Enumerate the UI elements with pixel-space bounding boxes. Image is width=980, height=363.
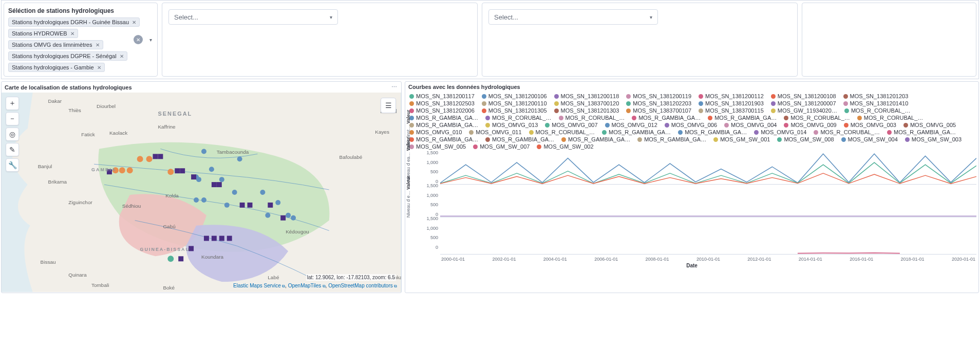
- filter-panel-3: Select... ▾: [482, 3, 798, 77]
- legend-item[interactable]: MOS_R_GAMBIA_GA…: [485, 136, 554, 142]
- tools-button[interactable]: 🔧: [6, 158, 19, 172]
- legend-item[interactable]: MOS_OMVG_011: [469, 129, 521, 135]
- legend-item[interactable]: MOS_GW_11934020…: [771, 107, 837, 114]
- legend-item[interactable]: MOS_R_CORUBAL_…: [485, 115, 552, 121]
- legend-item[interactable]: MOS_SN_1381201903: [699, 100, 764, 106]
- legend-item[interactable]: MOS_SN_1381202203: [626, 100, 691, 106]
- filter-tag[interactable]: Stations hydrologiques DGRH - Guinée Bis…: [8, 17, 140, 27]
- map-canvas[interactable]: ＋ － ◎ ✎ 🔧 ☰: [2, 93, 401, 292]
- tag-remove-icon[interactable]: ✕: [132, 20, 136, 25]
- legend-item[interactable]: MOS_SN_1381200119: [626, 93, 691, 99]
- legend-item[interactable]: MOS_OMVG_006: [665, 122, 717, 128]
- dropdown-caret-icon[interactable]: ▾: [149, 37, 152, 43]
- legend-label: MOS_OMVG_011: [476, 129, 521, 135]
- filter-tag[interactable]: Stations hydrologiques - Gambie✕: [8, 63, 105, 72]
- legend-item[interactable]: MOS_OMVG_007: [545, 122, 597, 128]
- legend-item[interactable]: MOS_SN_1381202503: [409, 100, 475, 106]
- legend-item[interactable]: MOS_SN_1383700120: [554, 100, 619, 106]
- legend-label: MOS_SN_1381201303: [561, 107, 619, 114]
- clear-tags-button[interactable]: ✕: [134, 35, 143, 44]
- legend-item[interactable]: MOS_SN_1383700107: [626, 107, 691, 114]
- legend-item[interactable]: MOS_GM_SW_005: [409, 143, 466, 150]
- legend-item[interactable]: MOS_GM_SW_002: [537, 143, 593, 150]
- legend-item[interactable]: MOS_R_GAMBIA_GA…: [409, 115, 478, 121]
- legend-item[interactable]: MOS_R_CORUBAL_…: [784, 115, 850, 121]
- legend-item[interactable]: MOS_SN_1381200108: [771, 93, 836, 99]
- legend-item[interactable]: MOS_R_CORUBAL_…: [857, 115, 924, 121]
- chart-plot[interactable]: [440, 152, 976, 185]
- attrib-link-1[interactable]: Elastic Maps Service: [233, 283, 281, 288]
- map-title: Carte de localisation de stations hydrol…: [5, 84, 132, 90]
- legend-item[interactable]: MOS_SN_1381200106: [482, 93, 547, 99]
- legend-item[interactable]: MOS_OMVG_010: [409, 129, 462, 135]
- legend-item[interactable]: MOS_SN_1381201305: [482, 107, 547, 114]
- legend-item[interactable]: MOS_R_GAMBIA_GA…: [561, 136, 630, 142]
- legend-item[interactable]: MOS_R_GAMBIA_GA…: [602, 129, 671, 135]
- legend-item[interactable]: MOS_OMVG_012: [605, 122, 657, 128]
- legend-item[interactable]: MOS_R_GAMBIA_GA…: [678, 129, 747, 135]
- layers-button[interactable]: ☰: [381, 98, 396, 113]
- select-2[interactable]: Select... ▾: [168, 9, 338, 25]
- legend-item[interactable]: MOS_OMVG_003: [844, 122, 896, 128]
- legend-label: MOS_OMVG_005: [910, 122, 956, 128]
- legend-item[interactable]: MOS_SN_1381200110: [482, 100, 547, 106]
- legend-item[interactable]: MOS_OMVG_004: [724, 122, 777, 128]
- filter-tag[interactable]: Stations hydrologiques DGPRE - Sénégal✕: [8, 51, 127, 61]
- legend-dot-icon: [905, 137, 910, 142]
- chart-plot[interactable]: [440, 217, 976, 255]
- tag-container[interactable]: Stations hydrologiques DGRH - Guinée Bis…: [8, 17, 153, 72]
- x-tick: 2006-01-01: [594, 257, 618, 262]
- x-tick: 2002-01-01: [492, 257, 516, 262]
- legend-item[interactable]: MOS_OMVG_005: [903, 122, 956, 128]
- legend-item[interactable]: MOS_SN_1381202006: [409, 107, 475, 114]
- attrib-link-3[interactable]: OpenStreetMap contributors: [328, 283, 393, 288]
- tag-remove-icon[interactable]: ✕: [70, 31, 74, 37]
- legend-item[interactable]: MOS_R_GAMBIA_GA…: [708, 115, 777, 121]
- legend-item[interactable]: MOS_R_CORUBAL_…: [814, 129, 880, 135]
- legend-item[interactable]: MOS_GM_SW_004: [841, 136, 898, 142]
- tag-remove-icon[interactable]: ✕: [120, 53, 124, 59]
- legend-item[interactable]: MOS_SN_1381201303: [554, 107, 619, 114]
- legend-item[interactable]: MOS_R_GAMBIA_GA…: [637, 136, 706, 142]
- x-tick: 2008-01-01: [646, 257, 669, 262]
- legend-item[interactable]: MOS_OMVG_013: [485, 122, 538, 128]
- panel-options-icon[interactable]: ⋯: [391, 84, 398, 90]
- svg-text:Labé: Labé: [268, 275, 279, 280]
- legend-item[interactable]: MOS_R_CORUBAL_…: [529, 129, 595, 135]
- legend-item[interactable]: MOS_R_GAMBIA_GA…: [409, 136, 478, 142]
- legend-item[interactable]: MOS_GM_SW_008: [777, 136, 834, 142]
- legend-item[interactable]: MOS_GM_SW_007: [473, 143, 530, 150]
- legend-item[interactable]: MOS_SN_1381200117: [409, 93, 475, 99]
- legend-item[interactable]: MOS_R_GAMBIA_GA…: [887, 129, 956, 135]
- legend-item[interactable]: MOS_OMVG_009: [784, 122, 836, 128]
- legend-dot-icon: [554, 94, 559, 99]
- legend-item[interactable]: MOS_SN_1381200007: [771, 100, 836, 106]
- legend-dot-icon: [699, 101, 703, 106]
- draw-tool-button[interactable]: ✎: [6, 143, 19, 156]
- legend-item[interactable]: MOS_GM_SW_001: [713, 136, 770, 142]
- legend-item[interactable]: MOS_R_CORUBAL_…: [559, 115, 625, 121]
- tag-remove-icon[interactable]: ✕: [96, 42, 100, 48]
- legend-item[interactable]: MOS_SN_1381200118: [554, 93, 619, 99]
- legend-item[interactable]: MOS_SN_1381201203: [843, 93, 909, 99]
- legend-item[interactable]: MOS_R_GAMBIA_GA…: [409, 122, 478, 128]
- zoom-out-button[interactable]: －: [6, 112, 19, 125]
- chart-plot[interactable]: [440, 185, 976, 217]
- filter-tag[interactable]: Stations OMVG des limnimètres✕: [8, 40, 103, 49]
- chart-row: 05001,0001,500Niveau d e… Valeur: [407, 217, 976, 255]
- legend-item[interactable]: MOS_R_CORUBAL_…: [844, 107, 911, 114]
- legend-item[interactable]: MOS_SN_1381201410: [843, 100, 909, 106]
- legend-item[interactable]: MOS_SN_1383700115: [699, 107, 764, 114]
- attrib-link-2[interactable]: OpenMapTiles: [288, 283, 322, 288]
- legend-item[interactable]: MOS_OMVG_014: [754, 129, 806, 135]
- select-3[interactable]: Select... ▾: [488, 9, 658, 25]
- zoom-in-button[interactable]: ＋: [6, 97, 19, 110]
- legend-item[interactable]: MOS_R_GAMBIA_GA…: [632, 115, 701, 121]
- legend-item[interactable]: MOS_SN_1381200112: [699, 93, 764, 99]
- legend-item[interactable]: MOS_GM_SW_003: [905, 136, 962, 142]
- legend-label: MOS_SN_1381201203: [850, 93, 909, 99]
- legend-label: MOS_OMVG_013: [492, 122, 538, 128]
- fit-bounds-button[interactable]: ◎: [6, 128, 19, 141]
- filter-tag[interactable]: Stations HYDROWEB✕: [8, 29, 78, 38]
- tag-remove-icon[interactable]: ✕: [97, 65, 101, 70]
